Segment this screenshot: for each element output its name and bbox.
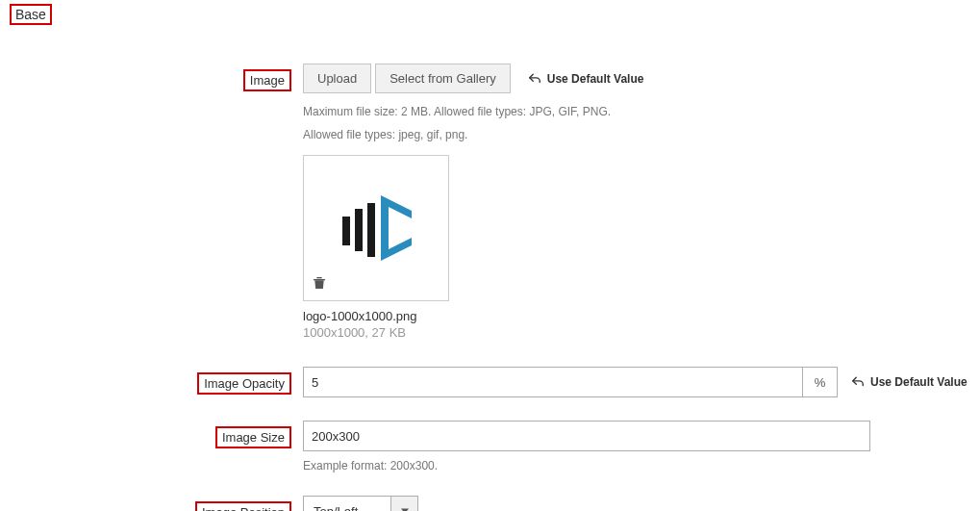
svg-rect-1 [355,209,363,251]
opacity-use-default-text: Use Default Value [870,375,967,389]
size-input[interactable] [303,421,870,451]
label-image: Image [250,73,285,88]
label-position-highlight: Image Position [195,501,291,511]
section-title-highlight: Base [10,4,52,25]
image-use-default-text: Use Default Value [547,72,644,86]
label-size: Image Size [222,430,285,445]
size-helper: Example format: 200x300. [303,459,438,473]
svg-rect-0 [342,217,350,245]
undo-icon [851,375,865,389]
svg-marker-3 [381,195,412,261]
label-opacity-highlight: Image Opacity [197,372,291,395]
label-image-highlight: Image [243,69,291,91]
image-helper-2: Allowed file types: jpeg, gif, png. [303,128,467,141]
label-position: Image Position [202,505,285,511]
image-preview[interactable] [303,155,449,301]
image-filename: logo-1000x1000.png [303,309,417,323]
image-filemeta: 1000x1000, 27 KB [303,325,406,340]
svg-rect-2 [367,203,375,257]
section-title: Base [15,7,46,22]
trash-icon [312,274,327,292]
position-select[interactable]: Top/Left [303,496,418,511]
select-gallery-button[interactable]: Select from Gallery [375,64,511,93]
label-opacity: Image Opacity [204,376,285,391]
chevron-down-icon [401,507,409,511]
image-helper-1: Maximum file size: 2 MB. Allowed file ty… [303,105,611,118]
opacity-input[interactable] [303,367,803,397]
upload-button[interactable]: Upload [303,64,371,93]
undo-icon [528,72,541,86]
delete-image-button[interactable] [312,274,327,294]
image-use-default[interactable]: Use Default Value [528,72,644,86]
opacity-use-default[interactable]: Use Default Value [851,375,967,389]
position-selected: Top/Left [304,497,390,511]
label-size-highlight: Image Size [215,426,291,448]
logo-icon [333,190,419,267]
position-caret [390,497,417,511]
opacity-suffix: % [803,367,838,397]
